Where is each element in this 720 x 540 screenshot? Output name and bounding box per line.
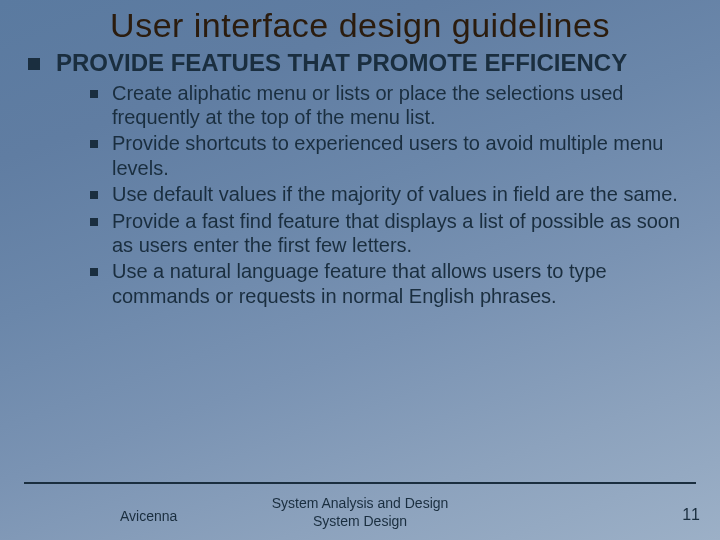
list-item: Provide a fast find feature that display… xyxy=(90,209,702,258)
square-bullet-icon xyxy=(28,58,40,70)
list-item-text: Provide a fast find feature that display… xyxy=(112,209,702,258)
list-item: Provide shortcuts to experienced users t… xyxy=(90,131,702,180)
list-item-text: Use default values if the majority of va… xyxy=(112,182,678,206)
list-item: Use default values if the majority of va… xyxy=(90,182,702,206)
square-bullet-icon xyxy=(90,140,98,148)
list-item: Create aliphatic menu or lists or place … xyxy=(90,81,702,130)
square-bullet-icon xyxy=(90,90,98,98)
footer-center-line2: System Design xyxy=(313,513,407,529)
list-item-text: Use a natural language feature that allo… xyxy=(112,259,702,308)
section-heading: PROVIDE FEATUES THAT PROMOTE EFFICIENCY xyxy=(56,49,627,77)
footer-center-line1: System Analysis and Design xyxy=(272,495,449,511)
list-item: Use a natural language feature that allo… xyxy=(90,259,702,308)
footer-divider xyxy=(24,482,696,484)
page-number: 11 xyxy=(682,506,700,524)
list-item-text: Provide shortcuts to experienced users t… xyxy=(112,131,702,180)
slide: User interface design guidelines PROVIDE… xyxy=(0,0,720,540)
heading-row: PROVIDE FEATUES THAT PROMOTE EFFICIENCY xyxy=(28,49,702,77)
square-bullet-icon xyxy=(90,268,98,276)
square-bullet-icon xyxy=(90,191,98,199)
slide-title: User interface design guidelines xyxy=(0,0,720,49)
content-area: PROVIDE FEATUES THAT PROMOTE EFFICIENCY … xyxy=(0,49,720,308)
square-bullet-icon xyxy=(90,218,98,226)
footer-center: System Analysis and Design System Design xyxy=(0,495,720,530)
list-item-text: Create aliphatic menu or lists or place … xyxy=(112,81,702,130)
bullet-list: Create aliphatic menu or lists or place … xyxy=(90,81,702,309)
